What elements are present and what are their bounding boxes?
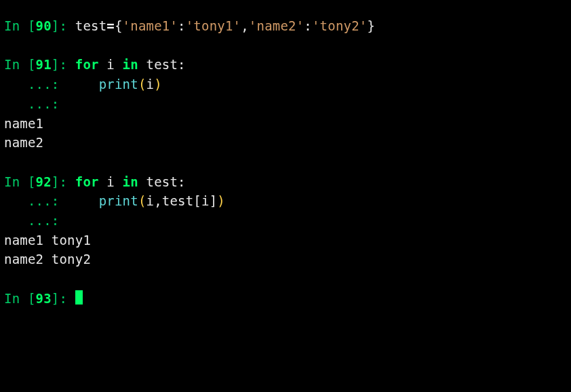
prompt-number: 92 <box>36 174 52 189</box>
code-segment: in <box>123 174 138 189</box>
prompt-number: 91 <box>36 57 52 72</box>
code-segment: 'name2' <box>249 18 304 33</box>
code-segment: : <box>304 18 312 33</box>
code-segment: ( <box>138 193 146 208</box>
code-segment: for <box>75 57 99 72</box>
prompt-suffix: ]: <box>52 18 75 33</box>
code-segment <box>67 193 99 208</box>
code-segment: test: <box>138 174 186 189</box>
output-text: name1 <box>4 116 43 131</box>
code-line: In [90]: test={'name1':'tony1','name2':'… <box>4 16 567 36</box>
continuation-prompt: ...: <box>4 193 67 208</box>
active-prompt-line[interactable]: In [93]: <box>4 289 567 309</box>
continuation-prompt: ...: <box>4 77 67 92</box>
output-text: name1 tony1 <box>4 233 91 248</box>
code-segment: : <box>178 18 186 33</box>
code-segment: i <box>146 77 155 92</box>
prompt-prefix: In [ <box>4 57 36 72</box>
code-segment: in <box>123 57 138 72</box>
output-line: name2 tony2 <box>4 250 567 269</box>
ipython-terminal[interactable]: In [90]: test={'name1':'tony1','name2':'… <box>0 0 571 313</box>
code-segment: i <box>99 57 123 72</box>
code-segment: print <box>99 77 138 92</box>
code-segment: 'tony2' <box>312 18 367 33</box>
prompt-number: 90 <box>36 18 52 33</box>
input-prompt: In [93]: <box>4 291 75 306</box>
blank-line <box>4 269 567 289</box>
code-continuation-line: ...: <box>4 94 567 114</box>
code-line: In [92]: for i in test: <box>4 172 567 192</box>
output-line: name1 tony1 <box>4 231 567 250</box>
code-segment: ) <box>154 77 162 92</box>
code-segment: test: <box>138 57 186 72</box>
code-continuation-line: ...: print(i,test[i]) <box>4 191 567 211</box>
code-continuation-line: ...: print(i) <box>4 75 567 94</box>
input-prompt: In [91]: <box>4 57 75 72</box>
input-prompt: In [92]: <box>4 174 75 189</box>
prompt-prefix: In [ <box>4 18 36 33</box>
code-continuation-line: ...: <box>4 211 567 231</box>
output-text: name2 <box>4 135 43 150</box>
input-prompt: In [90]: <box>4 18 75 33</box>
code-segment: } <box>367 18 375 33</box>
code-segment: i,test[i] <box>146 193 218 208</box>
continuation-prompt: ...: <box>4 213 67 228</box>
code-segment: 'tony1' <box>186 18 241 33</box>
output-line: name2 <box>4 133 567 153</box>
code-segment: print <box>99 193 138 208</box>
output-line: name1 <box>4 114 567 134</box>
code-segment: ( <box>138 77 146 92</box>
output-text: name2 tony2 <box>4 252 91 267</box>
code-segment: i <box>99 174 123 189</box>
blank-line <box>4 36 567 56</box>
code-segment: test <box>75 18 107 33</box>
code-segment: ) <box>217 193 225 208</box>
code-segment: = <box>106 18 115 33</box>
code-segment: for <box>75 174 99 189</box>
continuation-prompt: ...: <box>4 96 67 111</box>
code-segment: { <box>115 18 123 33</box>
code-segment: 'name1' <box>123 18 178 33</box>
prompt-suffix: ]: <box>52 174 75 189</box>
cursor <box>75 290 83 305</box>
code-segment <box>67 77 99 92</box>
prompt-prefix: In [ <box>4 291 36 306</box>
code-line: In [91]: for i in test: <box>4 55 567 75</box>
prompt-prefix: In [ <box>4 174 36 189</box>
code-segment: , <box>241 18 249 33</box>
prompt-number: 93 <box>36 291 52 306</box>
prompt-suffix: ]: <box>52 291 75 306</box>
blank-line <box>4 153 567 172</box>
prompt-suffix: ]: <box>52 57 75 72</box>
